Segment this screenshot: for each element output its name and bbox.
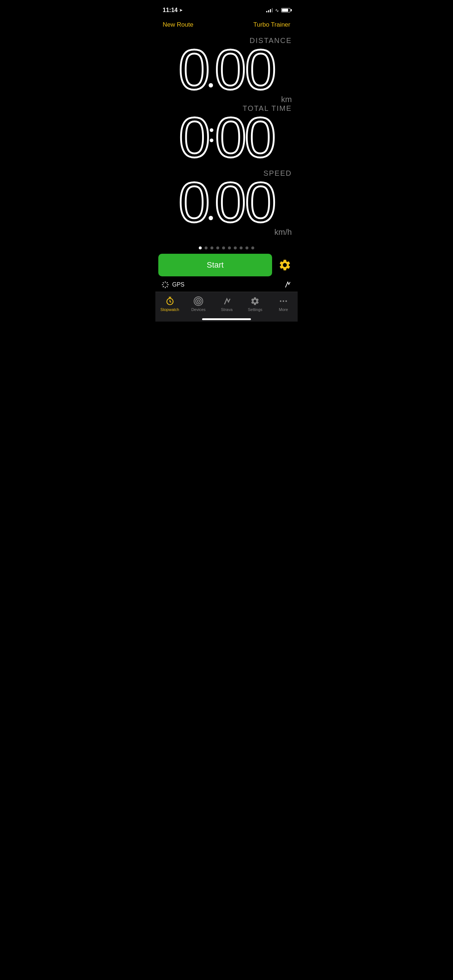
wifi-icon: ∿ xyxy=(275,8,279,13)
bottom-controls: Start xyxy=(155,254,298,276)
svg-point-14 xyxy=(280,301,281,302)
page-dot-8[interactable] xyxy=(246,247,248,250)
devices-icon xyxy=(194,296,203,306)
svg-point-16 xyxy=(286,301,287,302)
page-dot-3[interactable] xyxy=(216,247,219,250)
speed-digit-0: 0 xyxy=(179,174,208,231)
start-button[interactable]: Start xyxy=(158,254,272,276)
tab-more-label: More xyxy=(279,307,288,312)
tab-settings[interactable]: Settings xyxy=(242,295,268,313)
status-bar: 11:14 ➤ ∿ xyxy=(155,0,298,18)
strava-icon xyxy=(284,281,292,289)
page-dot-9[interactable] xyxy=(251,247,254,250)
tab-stopwatch-label: Stopwatch xyxy=(161,307,179,312)
tab-devices[interactable]: Devices xyxy=(186,295,211,313)
turbo-trainer-button[interactable]: Turbo Trainer xyxy=(254,21,290,29)
page-dot-4[interactable] xyxy=(222,247,225,250)
page-dot-1[interactable] xyxy=(205,247,207,250)
distance-digit-1: 0 xyxy=(214,41,244,98)
tab-devices-label: Devices xyxy=(191,307,205,312)
home-bar xyxy=(202,318,251,320)
main-content: DISTANCE 0 0 0 km TOTAL TIME 0 0 0 SPEED… xyxy=(155,33,298,292)
signal-icon xyxy=(266,8,273,13)
battery-icon xyxy=(281,8,290,13)
gps-label: GPS xyxy=(172,282,185,288)
home-indicator xyxy=(155,315,298,321)
tab-more[interactable]: More xyxy=(271,295,296,313)
tab-strava[interactable]: Strava xyxy=(214,295,239,313)
distance-value: 0 0 0 xyxy=(161,41,292,98)
time-colon xyxy=(210,128,214,146)
total-time-value: 0 0 0 xyxy=(161,109,292,165)
gps-spinner-icon xyxy=(161,281,169,289)
speed-digit-2: 0 xyxy=(245,174,274,231)
svg-line-2 xyxy=(163,283,164,284)
page-dot-2[interactable] xyxy=(211,247,214,250)
speed-digit-1: 0 xyxy=(214,174,244,231)
distance-digit-0: 0 xyxy=(179,41,208,98)
distance-digit-2: 0 xyxy=(245,41,274,98)
total-time-section: TOTAL TIME 0 0 0 xyxy=(155,104,298,165)
svg-point-12 xyxy=(196,298,201,304)
location-icon: ➤ xyxy=(179,8,183,13)
svg-line-6 xyxy=(163,286,164,287)
speed-value: 0 0 0 xyxy=(161,174,292,231)
svg-line-7 xyxy=(167,283,168,284)
status-icons: ∿ xyxy=(266,8,290,13)
new-route-button[interactable]: New Route xyxy=(163,21,193,29)
gear-icon xyxy=(278,258,292,272)
svg-line-3 xyxy=(167,286,168,287)
gps-status: GPS xyxy=(161,281,185,289)
stopwatch-icon xyxy=(165,296,175,306)
status-time: 11:14 xyxy=(163,7,178,13)
tab-stopwatch[interactable]: Stopwatch xyxy=(157,295,183,313)
gps-bar: GPS xyxy=(155,276,298,292)
time-digit-0: 0 xyxy=(179,109,208,165)
speed-section: SPEED 0 0 0 km/h xyxy=(155,169,298,237)
time-digit-2: 0 xyxy=(245,109,274,165)
svg-point-11 xyxy=(197,300,200,302)
distance-decimal-dot xyxy=(209,83,213,88)
time-digit-1: 0 xyxy=(215,109,244,165)
tab-settings-label: Settings xyxy=(248,307,263,312)
tab-bar: Stopwatch Devices Strava Settings xyxy=(155,292,298,315)
nav-bar: New Route Turbo Trainer xyxy=(155,18,298,33)
distance-section: DISTANCE 0 0 0 km xyxy=(155,37,298,104)
page-dot-0[interactable] xyxy=(199,247,202,250)
page-dot-7[interactable] xyxy=(239,247,242,250)
strava-tab-icon xyxy=(222,296,231,306)
svg-point-15 xyxy=(283,301,284,302)
settings-icon xyxy=(250,296,260,306)
speed-decimal-dot xyxy=(209,216,213,220)
page-dot-6[interactable] xyxy=(234,247,237,250)
page-dot-5[interactable] xyxy=(228,247,231,250)
page-dots xyxy=(155,240,298,254)
tab-strava-label: Strava xyxy=(221,307,233,312)
settings-gear-button[interactable] xyxy=(275,255,295,275)
more-icon xyxy=(279,296,288,306)
